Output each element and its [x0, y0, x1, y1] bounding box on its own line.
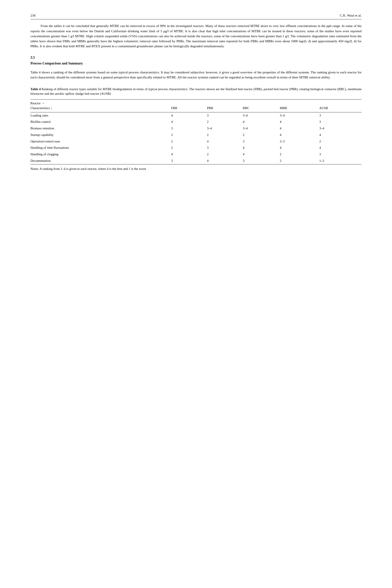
section-title: Process Comparison and Summary	[30, 61, 362, 66]
table-row: Handling of clogging42423	[30, 151, 362, 158]
table-caption: Table 4 Ranking of different reactor typ…	[30, 87, 362, 97]
ranking-table: Reactor → Characteristics ↓ FBR PBR RBC …	[30, 99, 362, 164]
table-row: Startup capability22244	[30, 132, 362, 138]
col-header-rbc: RBC	[240, 100, 278, 112]
row-mbr: 3–4	[278, 112, 317, 119]
table-caption-text: Ranking of different reactor types suita…	[30, 87, 362, 96]
col-header-characteristics: Reactor → Characteristics ↓	[30, 100, 169, 112]
row-mbr: 2	[278, 151, 317, 158]
row-ausb: 4	[317, 132, 362, 138]
table-row: Handling of inlet fluctuations23444	[30, 145, 362, 151]
row-characteristic: Operation/control ease	[30, 138, 169, 145]
row-characteristic: Handling of inlet fluctuations	[30, 145, 169, 151]
characteristics-arrow-label: Characteristics ↓	[30, 106, 167, 111]
row-rbc: 3–4	[240, 112, 278, 119]
row-pbr: 4	[205, 138, 240, 145]
row-characteristic: Loading rates	[30, 112, 169, 119]
row-pbr: 2	[205, 151, 240, 158]
row-rbc: 3	[240, 158, 278, 164]
row-pbr: 2	[205, 132, 240, 138]
row-mbr: 4	[278, 119, 317, 125]
row-pbr: 2	[205, 119, 240, 125]
row-rbc: 4	[240, 119, 278, 125]
col-header-pbr: PBR	[205, 100, 240, 112]
row-ausb: 3–4	[317, 125, 362, 132]
table-row: Documentation34321–2	[30, 158, 362, 164]
row-mbr: 4	[278, 132, 317, 138]
table-row: Biofilm control42443	[30, 119, 362, 125]
row-mbr: 4	[278, 125, 317, 132]
row-ausb: 3	[317, 119, 362, 125]
col-header-fbr: FBR	[169, 100, 205, 112]
col-header-ausb: AUSB	[317, 100, 362, 112]
row-fbr: 4	[169, 151, 205, 158]
row-rbc: 4	[240, 151, 278, 158]
table-notes: Notes: A ranking from 1–4 is given to ea…	[30, 167, 362, 171]
section-paragraph: Table 4 shows a ranking of the different…	[30, 70, 362, 80]
row-characteristic: Biofilm control	[30, 119, 169, 125]
row-mbr: 2–3	[278, 138, 317, 145]
page-number: 230	[30, 13, 36, 18]
page: 230 C.K. Waul et al. From the tables it …	[0, 0, 392, 588]
row-fbr: 2	[169, 145, 205, 151]
row-characteristic: Biomass retention	[30, 125, 169, 132]
row-pbr: 3–4	[205, 125, 240, 132]
row-pbr: 3	[205, 112, 240, 119]
author-name: C.K. Waul et al.	[340, 13, 362, 18]
table-row: Operation/control ease2432–32	[30, 138, 362, 145]
row-characteristic: Startup capability	[30, 132, 169, 138]
table-row: Biomass retention33–43–443–4	[30, 125, 362, 132]
row-fbr: 4	[169, 112, 205, 119]
row-fbr: 3	[169, 125, 205, 132]
row-rbc: 3–4	[240, 125, 278, 132]
row-pbr: 3	[205, 145, 240, 151]
row-ausb: 3	[317, 151, 362, 158]
table-caption-bold: Table 4	[30, 87, 41, 91]
row-pbr: 4	[205, 158, 240, 164]
row-fbr: 4	[169, 119, 205, 125]
row-fbr: 2	[169, 132, 205, 138]
row-rbc: 4	[240, 145, 278, 151]
row-ausb: 4	[317, 145, 362, 151]
row-mbr: 4	[278, 145, 317, 151]
main-paragraph: From the tables it can be concluded that…	[30, 23, 362, 49]
col-header-mbr: MBR	[278, 100, 317, 112]
row-rbc: 3	[240, 138, 278, 145]
table-header-row: Reactor → Characteristics ↓ FBR PBR RBC …	[30, 100, 362, 112]
row-fbr: 3	[169, 158, 205, 164]
row-mbr: 2	[278, 158, 317, 164]
row-ausb: 1–2	[317, 158, 362, 164]
row-fbr: 2	[169, 138, 205, 145]
row-characteristic: Handling of clogging	[30, 151, 169, 158]
reactor-arrow-label: Reactor →	[30, 101, 167, 106]
section-number: 3.5	[30, 55, 362, 60]
row-ausb: 2	[317, 138, 362, 145]
table-row: Loading rates433–43–43	[30, 112, 362, 119]
row-rbc: 2	[240, 132, 278, 138]
row-ausb: 3	[317, 112, 362, 119]
page-header: 230 C.K. Waul et al.	[30, 13, 362, 19]
row-characteristic: Documentation	[30, 158, 169, 164]
